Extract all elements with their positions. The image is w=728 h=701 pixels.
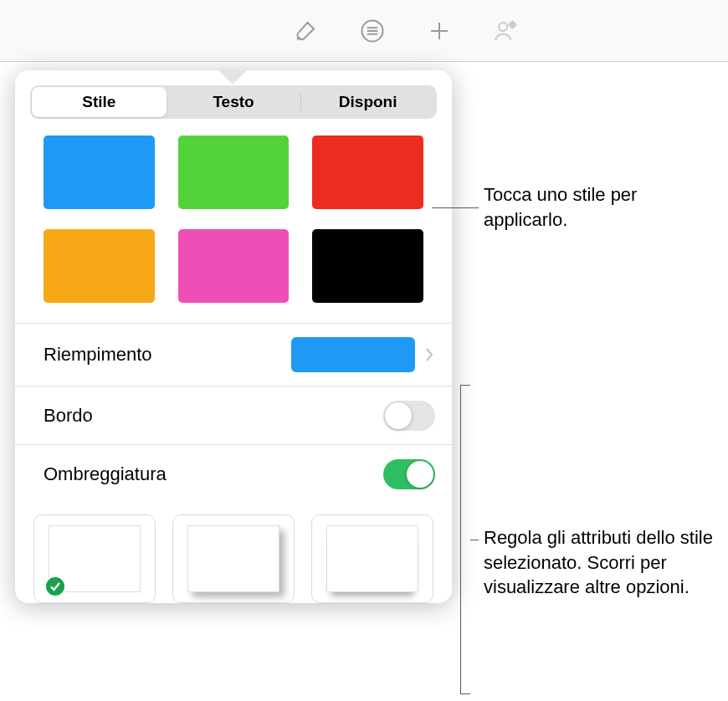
shadow-switch[interactable] bbox=[383, 459, 435, 489]
chevron-right-icon bbox=[423, 345, 435, 364]
callout-apply-style: Tocca uno stile per applicarlo. bbox=[484, 182, 701, 232]
style-swatch-red[interactable] bbox=[312, 136, 423, 209]
shadow-option-contact[interactable] bbox=[311, 514, 433, 603]
shadow-option-drop[interactable] bbox=[172, 514, 295, 603]
shadow-row-header: Ombreggiatura bbox=[15, 444, 452, 503]
brush-icon[interactable] bbox=[292, 18, 319, 44]
fill-label: Riempimento bbox=[44, 344, 152, 366]
shadow-options bbox=[15, 503, 452, 603]
border-switch[interactable] bbox=[383, 401, 435, 431]
style-swatch-pink[interactable] bbox=[178, 229, 290, 303]
fill-color-preview bbox=[291, 337, 415, 372]
callout-line bbox=[470, 540, 479, 540]
style-swatch-black[interactable] bbox=[312, 229, 423, 303]
style-swatch-grid bbox=[15, 130, 452, 323]
border-label: Bordo bbox=[44, 405, 93, 427]
checkmark-icon bbox=[44, 576, 66, 597]
format-popover: Stile Testo Disponi Riempimento Bordo Om… bbox=[15, 70, 452, 603]
collaborate-icon[interactable] bbox=[493, 18, 520, 44]
callout-line bbox=[432, 207, 479, 208]
shadow-label: Ombreggiatura bbox=[44, 463, 167, 485]
plus-icon[interactable] bbox=[426, 18, 453, 44]
list-icon[interactable] bbox=[359, 18, 386, 44]
fill-row[interactable]: Riempimento bbox=[15, 323, 452, 386]
callout-adjust-attributes: Regola gli attributi dello stile selezio… bbox=[484, 525, 718, 600]
callout-bracket bbox=[460, 385, 470, 694]
style-swatch-green[interactable] bbox=[178, 136, 290, 209]
svg-point-6 bbox=[499, 23, 507, 31]
tab-style[interactable]: Stile bbox=[32, 87, 167, 117]
tab-arrange[interactable]: Disponi bbox=[300, 87, 435, 117]
shadow-option-none[interactable] bbox=[33, 514, 156, 603]
toolbar bbox=[0, 0, 728, 62]
border-row: Bordo bbox=[15, 386, 452, 444]
tab-text[interactable]: Testo bbox=[167, 87, 301, 117]
style-swatch-blue[interactable] bbox=[44, 136, 155, 209]
style-swatch-orange[interactable] bbox=[44, 229, 155, 303]
